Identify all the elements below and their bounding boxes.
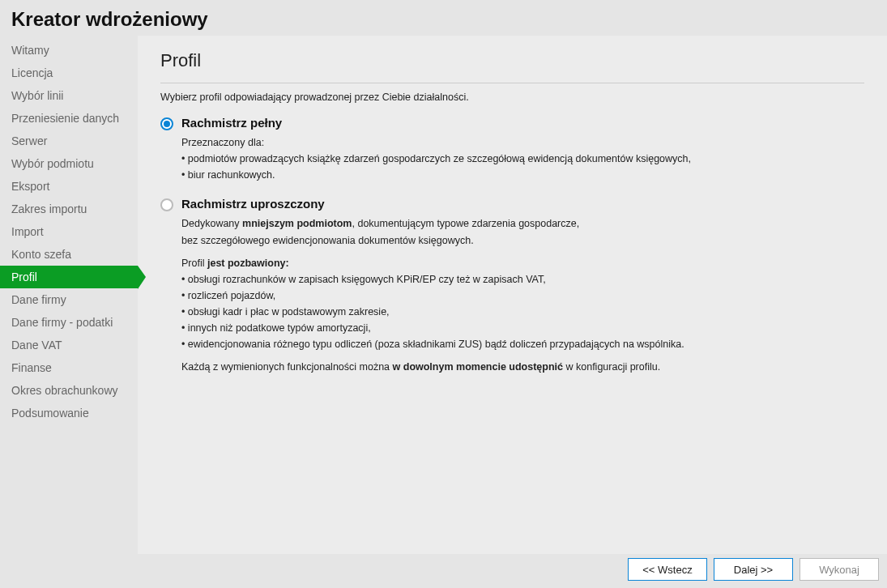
sidebar-item-16[interactable]: Podsumowanie bbox=[0, 402, 138, 424]
back-button[interactable]: << Wstecz bbox=[628, 558, 707, 581]
next-button[interactable]: Dalej >> bbox=[714, 558, 793, 581]
option2-bullet: • innych niż podatkowe typów amortyzacji… bbox=[181, 321, 864, 335]
option2-intro2: Profil jest pozbawiony: bbox=[181, 256, 864, 271]
option2-line2: bez szczegółowego ewidencjonowania dokum… bbox=[181, 233, 864, 248]
option2-bullet: • rozliczeń pojazdów, bbox=[181, 288, 864, 303]
sidebar-item-14[interactable]: Finanse bbox=[0, 356, 138, 379]
wizard-title: Kreator wdrożeniowy bbox=[11, 8, 876, 31]
sidebar-item-1[interactable]: Licencja bbox=[0, 62, 138, 84]
profile-option-full-desc: Przeznaczony dla: • podmiotów prowadzący… bbox=[181, 135, 864, 182]
profile-option-simplified-label: Rachmistrz uproszczony bbox=[181, 197, 325, 211]
profile-option-full-label: Rachmistrz pełny bbox=[181, 116, 282, 130]
sidebar-item-7[interactable]: Zakres importu bbox=[0, 198, 138, 220]
profile-option-full[interactable]: Rachmistrz pełny bbox=[160, 116, 864, 130]
sidebar-item-11[interactable]: Dane firmy bbox=[0, 288, 138, 311]
option2-bullet: • ewidencjonowania różnego typu odliczeń… bbox=[181, 337, 864, 352]
sidebar: WitamyLicencjaWybór liniiPrzeniesienie d… bbox=[0, 36, 138, 554]
option1-bullet: • podmiotów prowadzących książkę zdarzeń… bbox=[181, 151, 864, 166]
sidebar-item-8[interactable]: Import bbox=[0, 220, 138, 243]
option2-line1: Dedykowany mniejszym podmiotom, dokument… bbox=[181, 216, 864, 231]
radio-icon[interactable] bbox=[160, 117, 173, 130]
sidebar-item-6[interactable]: Eksport bbox=[0, 175, 138, 198]
page-title: Profil bbox=[160, 50, 864, 71]
profile-option-simplified[interactable]: Rachmistrz uproszczony bbox=[160, 197, 864, 211]
profile-option-simplified-desc: Dedykowany mniejszym podmiotom, dokument… bbox=[181, 216, 864, 374]
divider bbox=[160, 83, 864, 83]
sidebar-item-4[interactable]: Serwer bbox=[0, 130, 138, 152]
sidebar-item-12[interactable]: Dane firmy - podatki bbox=[0, 311, 138, 334]
option2-bullet: • obsługi rozrachunków w zapisach księgo… bbox=[181, 272, 864, 287]
option2-bullet: • obsługi kadr i płac w podstawowym zakr… bbox=[181, 305, 864, 319]
sidebar-item-13[interactable]: Dane VAT bbox=[0, 334, 138, 356]
sidebar-item-15[interactable]: Okres obrachunkowy bbox=[0, 379, 138, 402]
sidebar-item-3[interactable]: Przeniesienie danych bbox=[0, 107, 138, 130]
sidebar-item-5[interactable]: Wybór podmiotu bbox=[0, 152, 138, 175]
sidebar-item-10[interactable]: Profil bbox=[0, 266, 138, 288]
page-instruction: Wybierz profil odpowiadający prowadzonej… bbox=[160, 92, 864, 103]
option1-bullet: • biur rachunkowych. bbox=[181, 168, 864, 182]
option2-footnote: Każdą z wymienionych funkcjonalności moż… bbox=[181, 360, 864, 374]
option1-intro: Przeznaczony dla: bbox=[181, 135, 864, 150]
execute-button: Wykonaj bbox=[800, 558, 879, 581]
sidebar-item-2[interactable]: Wybór linii bbox=[0, 84, 138, 107]
radio-icon[interactable] bbox=[160, 198, 173, 211]
main-panel: Profil Wybierz profil odpowiadający prow… bbox=[138, 36, 887, 554]
header: Kreator wdrożeniowy bbox=[0, 0, 887, 36]
sidebar-item-9[interactable]: Konto szefa bbox=[0, 243, 138, 266]
footer: << Wstecz Dalej >> Wykonaj bbox=[0, 556, 887, 588]
sidebar-item-0[interactable]: Witamy bbox=[0, 39, 138, 62]
